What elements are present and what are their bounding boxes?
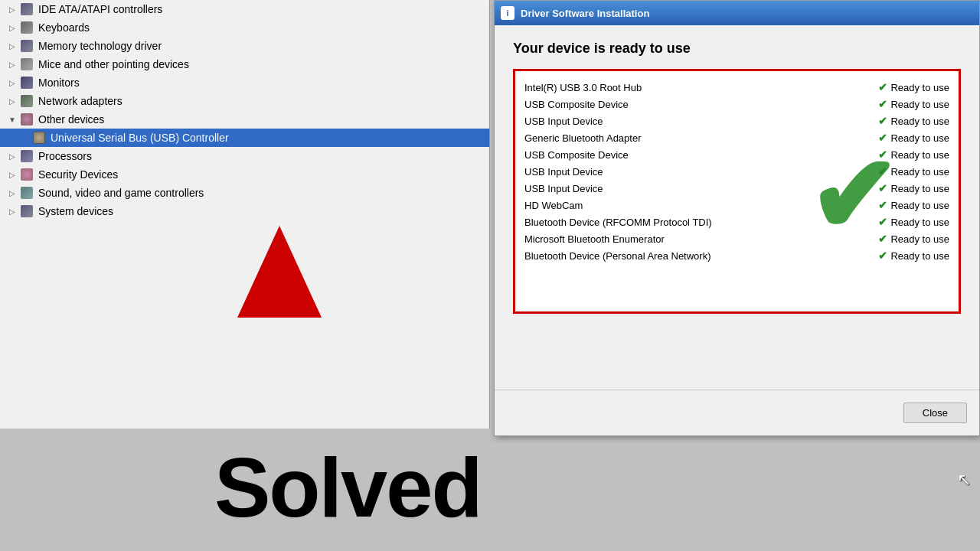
- tree-item-label: Processors: [38, 150, 92, 162]
- device-name-label: Bluetooth Device (Personal Area Network): [524, 250, 878, 262]
- device-name-label: Generic Bluetooth Adapter: [524, 132, 878, 144]
- device-status: ✔Ready to use: [878, 132, 949, 144]
- tree-item[interactable]: Universal Serial Bus (USB) Controller: [0, 129, 489, 147]
- status-text: Ready to use: [890, 250, 949, 262]
- device-row: USB Input Device✔Ready to use: [524, 180, 949, 197]
- device-row: USB Composite Device✔Ready to use: [524, 96, 949, 112]
- tree-item-label: Monitors: [38, 77, 80, 89]
- tree-item[interactable]: ▷Sound, video and game controllers: [0, 184, 489, 202]
- check-icon: ✔: [878, 148, 887, 161]
- check-icon: ✔: [878, 81, 887, 93]
- check-icon: ✔: [878, 216, 887, 228]
- check-icon: ✔: [878, 165, 887, 178]
- device-row: USB Input Device✔Ready to use: [524, 112, 949, 129]
- close-button[interactable]: Close: [903, 403, 967, 423]
- device-name-label: HD WebCam: [524, 200, 878, 211]
- red-arrow-icon: [237, 226, 322, 318]
- ready-heading: Your device is ready to use: [513, 41, 961, 57]
- tree-expander-icon: ▷: [6, 168, 18, 181]
- window-titlebar: i Driver Software Installation: [495, 1, 979, 25]
- window-content: Your device is ready to use Intel(R) USB…: [495, 25, 979, 329]
- device-name-label: Intel(R) USB 3.0 Root Hub: [524, 82, 878, 93]
- status-text: Ready to use: [890, 82, 949, 93]
- tree-expander-icon: ▷: [6, 187, 18, 199]
- tree-expander-icon: ▷: [6, 77, 18, 89]
- window-title: Driver Software Installation: [521, 8, 649, 19]
- tree-item[interactable]: ▷Processors: [0, 147, 489, 165]
- check-icon: ✔: [878, 249, 887, 262]
- device-name-label: USB Composite Device: [524, 99, 878, 110]
- device-name-label: Bluetooth Device (RFCOMM Protocol TDI): [524, 217, 878, 228]
- tree-expander-icon: ▷: [6, 58, 18, 70]
- tree-item[interactable]: ▷Memory technology driver: [0, 37, 489, 55]
- device-status: ✔Ready to use: [878, 182, 949, 194]
- status-text: Ready to use: [890, 200, 949, 211]
- device-name-label: USB Input Device: [524, 116, 878, 127]
- device-status: ✔Ready to use: [878, 233, 949, 245]
- tree-item-label: IDE ATA/ATAPI controllers: [38, 3, 162, 15]
- device-status: ✔Ready to use: [878, 165, 949, 178]
- check-icon: ✔: [878, 233, 887, 245]
- status-text: Ready to use: [890, 132, 949, 144]
- device-status: ✔Ready to use: [878, 81, 949, 93]
- check-icon: ✔: [878, 199, 887, 211]
- device-row: HD WebCam✔Ready to use: [524, 197, 949, 214]
- tree-expander-icon: ▷: [6, 21, 18, 34]
- tree-item-label: Keyboards: [38, 21, 90, 34]
- tree-item[interactable]: ▷Keyboards: [0, 18, 489, 37]
- status-text: Ready to use: [890, 217, 949, 228]
- tree-item[interactable]: ▷Monitors: [0, 73, 489, 92]
- device-type-icon: [20, 94, 34, 108]
- device-status: ✔Ready to use: [878, 249, 949, 262]
- device-row: Intel(R) USB 3.0 Root Hub✔Ready to use: [524, 79, 949, 96]
- device-row: Microsoft Bluetooth Enumerator✔Ready to …: [524, 230, 949, 247]
- device-type-icon: [20, 2, 34, 16]
- tree-item[interactable]: ▷System devices: [0, 202, 489, 220]
- device-status: ✔Ready to use: [878, 115, 949, 127]
- tree-item[interactable]: ▷Security Devices: [0, 165, 489, 184]
- driver-software-window: i Driver Software Installation Your devi…: [494, 0, 980, 436]
- tree-item[interactable]: ▷Mice and other pointing devices: [0, 55, 489, 73]
- mouse-cursor-icon: ↖: [957, 470, 971, 490]
- status-text: Ready to use: [890, 116, 949, 127]
- tree-item-label: Other devices: [38, 113, 104, 126]
- tree-item-label: System devices: [38, 205, 113, 217]
- tree-expander-icon: ▼: [6, 113, 18, 126]
- device-row: USB Input Device✔Ready to use: [524, 163, 949, 180]
- tree-item-label: Memory technology driver: [38, 40, 162, 52]
- check-icon: ✔: [878, 115, 887, 127]
- tree-expander-icon: [18, 132, 31, 144]
- check-icon: ✔: [878, 98, 887, 110]
- tree-item[interactable]: ▷Network adapters: [0, 92, 489, 110]
- tree-item[interactable]: ▷IDE ATA/ATAPI controllers: [0, 0, 489, 18]
- device-type-icon: [20, 186, 34, 200]
- device-status: ✔Ready to use: [878, 199, 949, 211]
- tree-expander-icon: ▷: [6, 3, 18, 15]
- tree-item-label: Universal Serial Bus (USB) Controller: [51, 132, 229, 144]
- device-type-icon: [32, 131, 46, 145]
- device-row: Bluetooth Device (RFCOMM Protocol TDI)✔R…: [524, 214, 949, 230]
- check-icon: ✔: [878, 132, 887, 144]
- window-icon: i: [501, 6, 514, 20]
- tree-expander-icon: ▷: [6, 95, 18, 107]
- tree-item-label: Mice and other pointing devices: [38, 58, 189, 70]
- device-row: Generic Bluetooth Adapter✔Ready to use: [524, 129, 949, 146]
- tree-item-label: Network adapters: [38, 95, 122, 107]
- device-list-box: Intel(R) USB 3.0 Root Hub✔Ready to useUS…: [513, 69, 961, 314]
- device-type-icon: [20, 57, 34, 71]
- device-row: USB Composite Device✔Ready to use: [524, 146, 949, 163]
- tree-item[interactable]: ▼Other devices: [0, 110, 489, 129]
- tree-expander-icon: ▷: [6, 40, 18, 52]
- status-text: Ready to use: [890, 233, 949, 245]
- tree-item-label: Security Devices: [38, 168, 118, 181]
- status-text: Ready to use: [890, 166, 949, 178]
- tree-expander-icon: ▷: [6, 150, 18, 162]
- device-type-icon: [20, 112, 34, 126]
- device-name-label: USB Composite Device: [524, 149, 878, 161]
- device-name-label: Microsoft Bluetooth Enumerator: [524, 233, 878, 245]
- device-name-label: USB Input Device: [524, 183, 878, 194]
- solved-text: Solved: [214, 439, 482, 536]
- device-type-icon: [20, 204, 34, 218]
- device-type-icon: [20, 39, 34, 53]
- status-text: Ready to use: [890, 99, 949, 110]
